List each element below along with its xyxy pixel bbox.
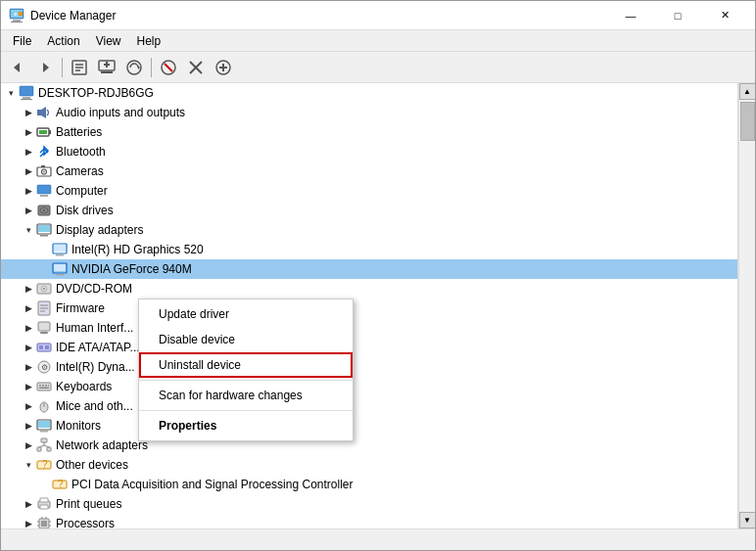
display-expand-icon[interactable]: ▾ [21, 222, 36, 238]
tree-item-pci[interactable]: ▶ ? PCI Data Acquisition and Signal Proc… [1, 475, 737, 494]
scroll-down-button[interactable]: ▼ [739, 512, 756, 528]
tree-item-display[interactable]: ▾ Display adapters [1, 220, 737, 240]
svg-text:⚙: ⚙ [41, 363, 48, 372]
computer-expand-icon[interactable]: ▶ [21, 183, 36, 199]
title-controls: — □ ✕ [608, 6, 747, 25]
nvidia-gpu-icon [52, 261, 68, 277]
context-uninstall-device[interactable]: Uninstall device [139, 352, 353, 378]
scan-hardware-button[interactable] [121, 56, 147, 79]
tree-item-intel-gpu[interactable]: ▶ Intel(R) HD Graphics 520 [1, 240, 737, 259]
network-expand-icon[interactable]: ▶ [21, 437, 36, 453]
context-scan-hardware[interactable]: Scan for hardware changes [139, 383, 353, 408]
device-tree[interactable]: ▾ DESKTOP-RDJB6GG ▶ [1, 83, 738, 528]
tree-item-dvd[interactable]: ▶ DVD/CD-ROM [1, 279, 737, 298]
monitors-expand-icon[interactable]: ▶ [21, 418, 36, 434]
tree-root[interactable]: ▾ DESKTOP-RDJB6GG [1, 83, 737, 103]
svg-rect-37 [37, 185, 51, 194]
processors-expand-icon[interactable]: ▶ [21, 516, 36, 528]
title-bar: ⚙ Device Manager — □ ✕ [1, 1, 755, 30]
context-menu-separator [139, 380, 353, 381]
hid-label: Human Interf... [56, 321, 133, 335]
context-properties[interactable]: Properties [139, 413, 353, 438]
update-driver-button[interactable] [94, 56, 119, 79]
tree-item-intel-dyn[interactable]: ▶ ⚙ Intel(R) Dyna... [1, 357, 737, 377]
toolbar [1, 52, 755, 83]
tree-item-other[interactable]: ▾ ? Other devices [1, 455, 737, 475]
intel-dyn-expand-icon[interactable]: ▶ [21, 359, 36, 375]
dvd-expand-icon[interactable]: ▶ [21, 281, 36, 297]
minimize-button[interactable]: — [608, 6, 653, 25]
tree-item-monitors[interactable]: ▶ Monitors [1, 416, 737, 436]
other-expand-icon[interactable]: ▾ [21, 457, 36, 473]
svg-rect-91 [41, 521, 47, 527]
root-expand-icon[interactable]: ▾ [3, 85, 19, 101]
hid-expand-icon[interactable]: ▶ [21, 320, 36, 336]
content-area: ▾ DESKTOP-RDJB6GG ▶ [1, 83, 755, 528]
update-driver-label: Update driver [159, 307, 229, 321]
audio-expand-icon[interactable]: ▶ [21, 105, 36, 120]
tree-item-computer[interactable]: ▶ Computer [1, 181, 737, 201]
tree-item-disk[interactable]: ▶ Disk drives [1, 201, 737, 220]
tree-item-nvidia-gpu[interactable]: ▶ NVIDIA GeForce 940M [1, 259, 737, 279]
tree-item-ide[interactable]: ▶ IDE ATA/ATAP... [1, 338, 737, 357]
svg-text:?: ? [42, 459, 48, 470]
menu-view[interactable]: View [88, 32, 129, 50]
tree-item-mice[interactable]: ▶ Mice and oth... [1, 396, 737, 416]
tree-item-print[interactable]: ▶ Print queues [1, 494, 737, 514]
ide-icon [36, 340, 52, 355]
scroll-thumb[interactable] [740, 102, 755, 141]
svg-rect-67 [42, 385, 44, 387]
disk-expand-icon[interactable]: ▶ [21, 203, 36, 218]
dvd-label: DVD/CD-ROM [56, 282, 132, 296]
context-disable-device[interactable]: Disable device [139, 327, 353, 352]
tree-item-firmware[interactable]: ▶ Firmware [1, 298, 737, 318]
context-update-driver[interactable]: Update driver [139, 301, 353, 327]
mice-expand-icon[interactable]: ▶ [21, 398, 36, 414]
svg-point-4 [19, 12, 23, 16]
intel-gpu-icon [52, 242, 68, 257]
keyboards-expand-icon[interactable]: ▶ [21, 379, 36, 394]
menu-help[interactable]: Help [129, 32, 169, 50]
context-menu: Update driver Disable device Uninstall d… [138, 298, 354, 441]
other-icon: ? [36, 457, 52, 473]
svg-rect-2 [11, 22, 23, 23]
menu-action[interactable]: Action [39, 32, 87, 50]
tree-item-batteries[interactable]: ▶ Batteries [1, 122, 737, 142]
menu-file[interactable]: File [5, 32, 39, 50]
svg-line-81 [39, 445, 44, 447]
scroll-up-button[interactable]: ▲ [739, 83, 756, 100]
print-expand-icon[interactable]: ▶ [21, 496, 36, 512]
other-label: Other devices [56, 458, 128, 472]
properties-button[interactable] [67, 56, 92, 79]
menu-bar: File Action View Help [1, 30, 755, 52]
context-menu-separator-2 [139, 410, 353, 411]
tree-item-hid[interactable]: ▶ Human Interf... [1, 318, 737, 338]
disk-icon [36, 203, 52, 218]
maximize-button[interactable]: □ [655, 6, 700, 25]
window-title: Device Manager [30, 9, 116, 23]
tree-item-processors[interactable]: ▶ Processors [1, 514, 737, 528]
tree-item-keyboards[interactable]: ▶ Keyboards [1, 377, 737, 396]
back-button[interactable] [5, 56, 30, 79]
svg-rect-28 [37, 110, 41, 115]
add-driver-button[interactable] [211, 56, 236, 79]
svg-point-53 [43, 288, 45, 290]
firmware-expand-icon[interactable]: ▶ [21, 300, 36, 316]
bluetooth-expand-icon[interactable]: ▶ [21, 144, 36, 160]
forward-button[interactable] [32, 56, 58, 79]
dvd-icon [36, 281, 52, 297]
tree-item-cameras[interactable]: ▶ Cameras [1, 161, 737, 181]
tree-item-bluetooth[interactable]: ▶ Bluetooth [1, 142, 737, 161]
ide-expand-icon[interactable]: ▶ [21, 340, 36, 355]
svg-point-35 [43, 171, 45, 173]
scrollbar[interactable]: ▲ ▼ [738, 83, 755, 528]
display-icon [36, 222, 52, 238]
tree-item-audio[interactable]: ▶ Audio inputs and outputs [1, 103, 737, 122]
close-button[interactable]: ✕ [702, 6, 747, 25]
cameras-expand-icon[interactable]: ▶ [21, 163, 36, 179]
svg-text:?: ? [58, 479, 64, 489]
uninstall-device-button[interactable] [183, 56, 209, 79]
batteries-expand-icon[interactable]: ▶ [21, 124, 36, 140]
tree-item-network[interactable]: ▶ Network adapters [1, 436, 737, 455]
disable-device-button[interactable] [156, 56, 181, 79]
